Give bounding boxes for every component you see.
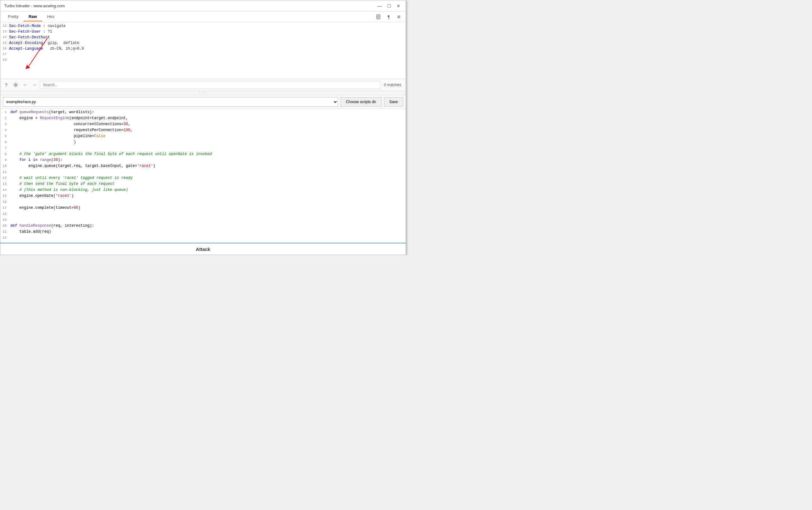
svg-point-6 bbox=[15, 84, 17, 86]
settings-button[interactable] bbox=[11, 81, 20, 89]
titlebar-controls: — ☐ ✕ bbox=[376, 2, 402, 9]
minimize-button[interactable]: — bbox=[376, 2, 383, 9]
request-line-14: 14 Sec-Fetch-Dest%snt bbox=[0, 35, 406, 40]
code-area: 1 def queueRequests(target, wordlists): … bbox=[0, 109, 406, 243]
code-line-21: 21 table.add(req) bbox=[0, 229, 406, 235]
code-line-15: 15 engine.openGate('race1') bbox=[0, 194, 406, 200]
maximize-button[interactable]: ☐ bbox=[386, 2, 392, 9]
save-button[interactable]: Save bbox=[384, 97, 403, 107]
code-line-9: 9 for i in range(30): bbox=[0, 158, 406, 164]
script-selector: examples/race.py examples/default.py exa… bbox=[0, 95, 406, 109]
divider-bar[interactable]: · · · bbox=[0, 91, 406, 95]
doc-icon-button[interactable] bbox=[374, 12, 383, 21]
code-line-6: 6 ) bbox=[0, 140, 406, 146]
forward-button[interactable]: → bbox=[30, 81, 39, 89]
attack-bar: Attack bbox=[0, 243, 406, 255]
code-line-17: 17 engine.complete(timeout=60) bbox=[0, 206, 406, 211]
gear-icon bbox=[13, 82, 18, 87]
main-window: Turbo Intruder - www.acwing.com — ☐ ✕ Pr… bbox=[0, 0, 406, 255]
back-button[interactable]: ← bbox=[21, 81, 29, 89]
back-icon: ← bbox=[23, 82, 27, 87]
forward-icon: → bbox=[32, 82, 37, 87]
request-line-13: 13 Sec-Fetch-User : ?1 bbox=[0, 29, 406, 35]
code-line-5: 5 pipeline=False bbox=[0, 134, 406, 140]
menu-icon: ≡ bbox=[397, 14, 400, 20]
divider-icon: · · · bbox=[199, 91, 207, 95]
code-line-20: 20 def handleResponse(req, interesting): bbox=[0, 224, 406, 229]
wrap-icon: ¶ bbox=[387, 15, 390, 20]
matches-label: 0 matches bbox=[382, 83, 404, 87]
code-line-16: 16 bbox=[0, 200, 406, 206]
tabs-container: Pretty Raw Hex bbox=[3, 12, 59, 21]
code-line-10: 10 engine.queue(target.req, target.baseI… bbox=[0, 164, 406, 170]
code-line-14: 14 # (this method is non-blocking, just … bbox=[0, 188, 406, 194]
code-line-1: 1 def queueRequests(target, wordlists): bbox=[0, 110, 406, 116]
tabs-bar: Pretty Raw Hex ¶ ≡ bbox=[0, 11, 406, 22]
help-icon: ? bbox=[5, 82, 7, 87]
code-line-7: 7 bbox=[0, 146, 406, 152]
request-area: 12 Sec-Fetch-Mode : navigate 13 Sec-Fetc… bbox=[0, 22, 406, 79]
choose-scripts-dir-button[interactable]: Choose scripts dir bbox=[341, 97, 382, 107]
attack-button[interactable]: Attack bbox=[0, 244, 406, 255]
code-line-2: 2 engine = RequestEngine(endpoint=target… bbox=[0, 116, 406, 122]
request-line-18: 18 bbox=[0, 58, 406, 63]
code-line-19: 19 bbox=[0, 218, 406, 224]
request-line-12: 12 Sec-Fetch-Mode : navigate bbox=[0, 24, 406, 29]
code-line-18: 18 bbox=[0, 211, 406, 218]
code-line-22: 22 bbox=[0, 235, 406, 242]
code-line-4: 4 requestsPerConnection=100, bbox=[0, 128, 406, 134]
help-button[interactable]: ? bbox=[2, 81, 10, 89]
search-bar: ? ← → 0 matches bbox=[0, 79, 406, 91]
request-line-15: 15 Accept-Encoding: gzip, deflate bbox=[0, 40, 406, 46]
code-line-8: 8 # the 'gate' argument blocks the final… bbox=[0, 152, 406, 158]
titlebar: Turbo Intruder - www.acwing.com — ☐ ✕ bbox=[0, 0, 406, 11]
request-line-16: 16 Accept-Language zh-CN, zh;q=0.9 bbox=[0, 46, 406, 52]
tab-hex[interactable]: Hex bbox=[42, 12, 59, 21]
script-dropdown[interactable]: examples/race.py examples/default.py exa… bbox=[3, 97, 338, 107]
code-line-11: 11 bbox=[0, 170, 406, 176]
tab-icons: ¶ ≡ bbox=[374, 12, 403, 21]
window-title: Turbo Intruder - www.acwing.com bbox=[4, 3, 65, 8]
tab-pretty[interactable]: Pretty bbox=[3, 12, 24, 21]
wrap-icon-button[interactable]: ¶ bbox=[384, 12, 393, 21]
close-button[interactable]: ✕ bbox=[395, 2, 402, 9]
code-line-13: 13 # then send the final byte of each re… bbox=[0, 182, 406, 188]
code-line-12: 12 # wait until every 'race1' tagged req… bbox=[0, 176, 406, 182]
doc-icon bbox=[376, 14, 382, 20]
code-line-3: 3 concurrentConnections=30, bbox=[0, 122, 406, 128]
svg-marker-5 bbox=[26, 65, 30, 69]
request-line-17: 17 bbox=[0, 52, 406, 58]
menu-icon-button[interactable]: ≡ bbox=[394, 12, 403, 21]
tab-raw[interactable]: Raw bbox=[24, 12, 42, 21]
search-input[interactable] bbox=[40, 81, 380, 89]
